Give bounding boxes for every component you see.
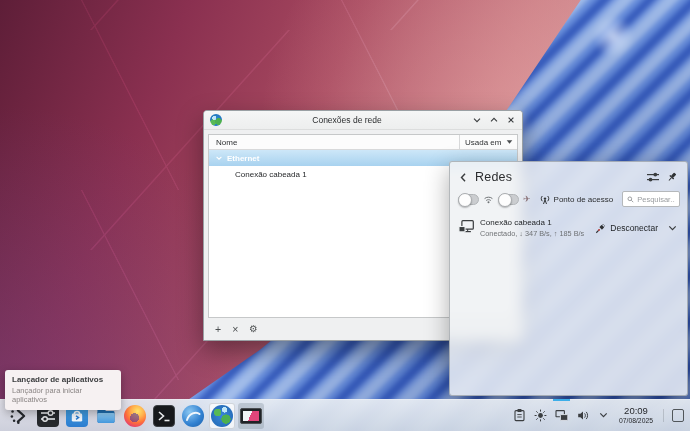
list-header: Nome Usada em <box>209 135 517 150</box>
minimize-button[interactable] <box>472 115 482 125</box>
hotspot-icon <box>539 194 551 205</box>
expand-tray-icon[interactable] <box>598 410 609 420</box>
networks-applet-popup: Redes ✈ Ponto de acesso Conexão cabeada … <box>449 161 688 396</box>
screenshot-app-icon <box>240 408 262 424</box>
configure-button[interactable]: ⚙ <box>249 324 258 334</box>
titlebar[interactable]: Conexões de rede <box>204 111 522 130</box>
search-field[interactable] <box>622 191 680 207</box>
wired-network-icon <box>458 219 475 238</box>
connection-status: Conectado, ↓ 347 B/s, ↑ 185 B/s <box>480 229 584 238</box>
hotspot-label: Ponto de acesso <box>554 195 614 204</box>
firefox-icon <box>124 405 146 427</box>
add-connection-button[interactable]: + <box>215 324 221 335</box>
back-button[interactable] <box>458 172 469 183</box>
clock-time: 20:09 <box>619 406 653 417</box>
maximize-button[interactable] <box>489 115 499 125</box>
pin-icon[interactable] <box>666 171 678 183</box>
firefox-button[interactable] <box>122 403 148 429</box>
clipboard-tray-icon[interactable] <box>513 408 526 422</box>
disconnect-label: Desconectar <box>610 223 658 233</box>
konsole-icon <box>153 405 175 427</box>
tooltip-subtitle: Lançador para iniciar aplicativos <box>12 386 114 404</box>
column-last-used[interactable]: Usada em <box>459 135 517 149</box>
sort-dropdown-icon <box>506 139 513 145</box>
network-connections-task[interactable] <box>209 403 235 429</box>
konsole-button[interactable] <box>151 403 177 429</box>
network-tray-icon[interactable] <box>555 409 569 422</box>
search-icon <box>627 195 634 204</box>
volume-tray-icon[interactable] <box>577 409 590 422</box>
connection-name: Conexão cabeada 1 <box>480 218 584 228</box>
hotspot-button[interactable]: Ponto de acesso <box>539 194 614 205</box>
disconnect-button[interactable]: Desconectar <box>595 223 658 234</box>
column-name[interactable]: Nome <box>209 135 459 149</box>
launcher-tooltip: Lançador de aplicativos Lançador para in… <box>5 370 121 410</box>
expand-details-icon[interactable] <box>667 223 678 233</box>
remove-connection-button[interactable]: × <box>232 324 238 335</box>
clock-date: 07/08/2025 <box>619 417 653 425</box>
brightness-tray-icon[interactable] <box>534 409 547 422</box>
airplane-mode-toggle[interactable] <box>498 194 519 205</box>
popup-title: Redes <box>475 170 512 184</box>
chevron-down-icon <box>215 154 223 162</box>
airplane-mode-icon: ✈ <box>523 195 531 204</box>
window-title: Conexões de rede <box>222 115 472 125</box>
connection-list-item[interactable]: Conexão cabeada 1 Conectado, ↓ 347 B/s, … <box>450 214 687 242</box>
configure-connections-icon[interactable] <box>646 171 660 183</box>
digital-clock[interactable]: 20:09 07/08/2025 <box>619 406 653 424</box>
wifi-toggle[interactable] <box>458 194 479 205</box>
search-input[interactable] <box>637 195 675 204</box>
group-label: Ethernet <box>227 154 259 163</box>
network-connections-globe-icon <box>211 405 233 427</box>
show-desktop-button[interactable] <box>672 409 684 422</box>
close-button[interactable] <box>506 115 516 125</box>
app-globe-icon <box>210 114 222 126</box>
screenshot-app-task[interactable] <box>238 403 264 429</box>
tooltip-title: Lançador de aplicativos <box>12 375 114 384</box>
connection-row-label: Conexão cabeada 1 <box>235 170 307 179</box>
blue-app-icon <box>182 405 204 427</box>
plug-icon <box>595 223 606 234</box>
wifi-icon <box>483 194 494 204</box>
blue-app-button[interactable] <box>180 403 206 429</box>
